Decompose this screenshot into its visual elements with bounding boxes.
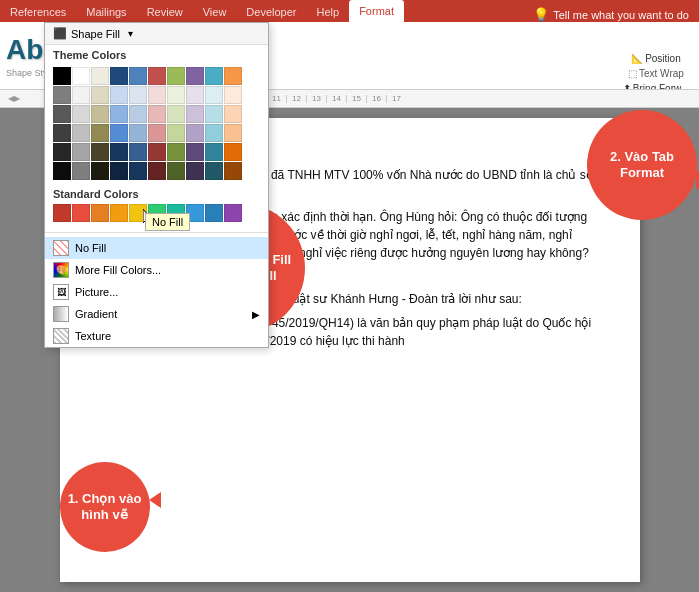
color-cell[interactable] [148,105,166,123]
color-cell[interactable] [148,162,166,180]
callout-2: 2. Vào Tab Format [587,110,697,220]
color-cell[interactable] [167,105,185,123]
picture-icon: 🖼 [53,284,69,300]
color-cell[interactable] [110,204,128,222]
picture-label: Picture... [75,286,118,298]
color-cell[interactable] [91,204,109,222]
color-cell[interactable] [91,67,109,85]
tab-review[interactable]: Review [137,2,193,22]
texture-item[interactable]: Texture [45,325,268,347]
tooltip-text: No Fill [152,216,183,228]
color-cell[interactable] [205,143,223,161]
position-button[interactable]: 📐 Position [627,52,685,65]
color-cell[interactable] [224,143,242,161]
color-cell[interactable] [91,162,109,180]
color-cell[interactable] [148,86,166,104]
position-label: Position [645,53,681,64]
texture-label: Texture [75,330,111,342]
color-cell[interactable] [129,67,147,85]
color-cell[interactable] [186,67,204,85]
color-cell[interactable] [186,162,204,180]
tab-developer[interactable]: Developer [236,2,306,22]
more-fill-item[interactable]: 🎨 More Fill Colors... [45,259,268,281]
tell-me-area[interactable]: 💡 Tell me what you want to do [533,7,699,22]
color-cell[interactable] [148,124,166,142]
color-cell[interactable] [110,105,128,123]
tab-mailings[interactable]: Mailings [76,2,136,22]
color-cell[interactable] [53,204,71,222]
color-cell[interactable] [224,86,242,104]
color-cell[interactable] [72,105,90,123]
color-cell[interactable] [129,124,147,142]
color-cell[interactable] [148,67,166,85]
color-cell[interactable] [205,86,223,104]
color-cell[interactable] [186,124,204,142]
color-cell[interactable] [91,86,109,104]
tell-me-text: Tell me what you want to do [553,9,689,21]
color-cell[interactable] [148,143,166,161]
color-cell[interactable] [72,67,90,85]
color-cell[interactable] [224,124,242,142]
theme-colors-title: Theme Colors [45,45,268,63]
color-cell[interactable] [205,67,223,85]
more-fill-icon: 🎨 [53,262,69,278]
texture-icon [53,328,69,344]
bring-forward-button[interactable]: ⬆ Bring Forw... [619,82,693,90]
color-cell[interactable] [72,143,90,161]
color-cell[interactable] [167,143,185,161]
color-cell[interactable] [224,204,242,222]
no-fill-icon [53,240,69,256]
color-cell[interactable] [72,124,90,142]
color-cell[interactable] [129,162,147,180]
color-cell[interactable] [110,143,128,161]
color-cell[interactable] [53,86,71,104]
ruler-mark: 16 [366,95,386,103]
color-cell[interactable] [91,105,109,123]
color-cell[interactable] [205,162,223,180]
color-cell[interactable] [72,162,90,180]
color-cell[interactable] [186,105,204,123]
color-cell[interactable] [224,67,242,85]
color-cell[interactable] [129,105,147,123]
color-cell[interactable] [53,67,71,85]
ruler-mark: 15 [346,95,366,103]
color-cell[interactable] [72,86,90,104]
color-cell[interactable] [53,105,71,123]
no-fill-item[interactable]: No Fill [45,237,268,259]
color-cell[interactable] [205,204,223,222]
color-cell[interactable] [167,86,185,104]
callout-1: 1. Chọn vào hình vẽ [60,462,150,552]
color-cell[interactable] [53,124,71,142]
tab-help[interactable]: Help [307,2,350,22]
color-cell[interactable] [129,86,147,104]
color-cell[interactable] [72,204,90,222]
color-cell[interactable] [91,143,109,161]
tab-format[interactable]: Format [349,0,404,22]
ruler-mark: 12 [286,95,306,103]
color-cell[interactable] [53,143,71,161]
gradient-item[interactable]: Gradient ▶ [45,303,268,325]
color-cell[interactable] [53,162,71,180]
color-cell[interactable] [110,124,128,142]
color-cell[interactable] [224,105,242,123]
gradient-label: Gradient [75,308,117,320]
color-cell[interactable] [205,124,223,142]
wrap-text-button[interactable]: ⬚ Text Wrap [624,67,688,80]
color-cell[interactable] [167,124,185,142]
color-cell[interactable] [110,162,128,180]
tab-view[interactable]: View [193,2,237,22]
gradient-arrow: ▶ [252,309,260,320]
color-cell[interactable] [110,67,128,85]
color-cell[interactable] [167,162,185,180]
color-cell[interactable] [91,124,109,142]
tab-references[interactable]: References [0,2,76,22]
color-cell[interactable] [110,86,128,104]
color-cell[interactable] [205,105,223,123]
picture-item[interactable]: 🖼 Picture... [45,281,268,303]
color-cell[interactable] [186,86,204,104]
color-cell[interactable] [167,67,185,85]
color-cell[interactable] [129,143,147,161]
color-cell[interactable] [186,143,204,161]
color-cell[interactable] [224,162,242,180]
sf-dropdown-arrow[interactable]: ▾ [128,28,133,39]
